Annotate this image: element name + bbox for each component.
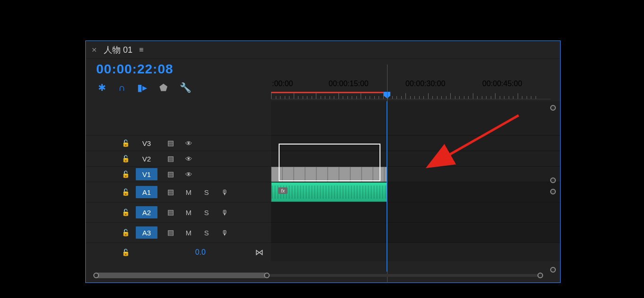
vertical-zoom-bar[interactable]	[549, 102, 558, 264]
track-header-v2[interactable]: 🔓 V2 ▤ 👁	[86, 151, 271, 166]
mute-button[interactable]: M	[181, 229, 196, 237]
lock-icon[interactable]: 🔓	[121, 188, 130, 196]
panel-menu-icon[interactable]: ≡	[139, 46, 143, 54]
sequence-name[interactable]: 人物 01	[104, 44, 132, 56]
track-target-a1[interactable]: A1	[136, 186, 157, 198]
current-timecode[interactable]: 00:00:22:08	[96, 62, 271, 77]
zoom-handle[interactable]	[550, 189, 556, 194]
timeline-toolbar: ✱ ∩ ▮▸ ⬟ 🔧	[96, 81, 271, 93]
ruler-area[interactable]: :00:00 00:00:15:00 00:00:30:00 00:00:45:…	[271, 59, 560, 101]
voiceover-mic-icon[interactable]: 🎙	[217, 229, 232, 237]
secondary-guide-line	[387, 64, 388, 272]
sync-lock-icon[interactable]: ▤	[163, 170, 178, 178]
audio-clip[interactable]: fx	[271, 182, 387, 202]
solo-button[interactable]: S	[199, 229, 214, 237]
lock-icon[interactable]: 🔓	[121, 170, 130, 178]
track-lane-a2[interactable]	[271, 202, 560, 222]
nest-sequence-icon[interactable]: ✱	[98, 82, 106, 93]
track-header-spacer	[86, 101, 271, 135]
ruler-label: 00:00:15:00	[329, 80, 369, 88]
header-left: 00:00:22:08 ✱ ∩ ▮▸ ⬟ 🔧	[86, 59, 271, 101]
voiceover-mic-icon[interactable]: 🎙	[217, 188, 232, 196]
scrollbar-end-cap[interactable]	[537, 273, 543, 278]
scrollbar-cap-left[interactable]	[93, 273, 99, 278]
track-target-a3[interactable]: A3	[136, 226, 157, 239]
lock-icon[interactable]: 🔓	[121, 209, 130, 216]
settings-wrench-icon[interactable]: 🔧	[180, 82, 191, 93]
ruler-label: :00:00	[272, 80, 293, 88]
linked-selection-icon[interactable]: ▮▸	[137, 82, 147, 93]
track-lane-v1[interactable]	[271, 166, 560, 182]
zoom-handle[interactable]	[550, 105, 556, 111]
sync-lock-icon[interactable]: ▤	[163, 208, 178, 217]
track-target-v3[interactable]: V3	[136, 137, 157, 149]
audio-zoom-value[interactable]: 0.0	[195, 248, 206, 257]
link-tracks-icon[interactable]: ⋈	[255, 247, 264, 258]
solo-button[interactable]: S	[199, 209, 214, 217]
track-header-v3[interactable]: 🔓 V3 ▤ 👁	[86, 135, 271, 151]
mute-button[interactable]: M	[181, 188, 196, 196]
sync-lock-icon[interactable]: ▤	[163, 139, 178, 147]
ruler-track[interactable]	[271, 92, 551, 100]
scrollbar-thumb[interactable]	[95, 273, 267, 278]
timeline-body: 🔓 V3 ▤ 👁 🔓 V2 ▤ 👁 🔓 V1 ▤ 👁 🔓	[86, 101, 560, 261]
sync-lock-icon[interactable]: ▤	[163, 228, 178, 237]
ruler-ticks	[271, 92, 551, 99]
solo-button[interactable]: S	[199, 188, 214, 196]
track-lane-v2[interactable]	[271, 151, 560, 166]
marker-icon[interactable]: ⬟	[159, 82, 167, 93]
zoom-handle[interactable]	[550, 177, 556, 183]
zoom-handle[interactable]	[550, 267, 556, 273]
sync-lock-icon[interactable]: ▤	[163, 188, 178, 196]
sync-lock-icon[interactable]: ▤	[163, 154, 178, 163]
track-header-a1[interactable]: 🔓 A1 ▤ M S 🎙	[86, 182, 271, 202]
track-header-a2[interactable]: 🔓 A2 ▤ M S 🎙	[86, 202, 271, 222]
eye-icon[interactable]: 👁	[181, 170, 196, 178]
lock-icon[interactable]: 🔓	[121, 249, 130, 256]
snap-icon[interactable]: ∩	[118, 82, 125, 93]
ruler-label: 00:00:30:00	[405, 80, 446, 88]
voiceover-mic-icon[interactable]: 🎙	[217, 209, 232, 217]
track-lane-a1[interactable]: fx	[271, 182, 560, 202]
mute-button[interactable]: M	[181, 209, 196, 217]
track-lane-a3[interactable]	[271, 222, 560, 242]
close-icon[interactable]: ✕	[91, 46, 97, 54]
track-headers: 🔓 V3 ▤ 👁 🔓 V2 ▤ 👁 🔓 V1 ▤ 👁 🔓	[86, 101, 271, 261]
timeline-tracks-area[interactable]: fx	[271, 101, 560, 261]
horizontal-zoom-scrollbar[interactable]	[91, 271, 546, 280]
lock-icon[interactable]: 🔓	[121, 139, 130, 147]
track-lane-v3[interactable]	[271, 135, 560, 151]
track-header-a3[interactable]: 🔓 A3 ▤ M S 🎙	[86, 222, 271, 242]
timeline-header: 00:00:22:08 ✱ ∩ ▮▸ ⬟ 🔧 :00:00 00:00:15:0…	[86, 59, 560, 101]
ruler-label: 00:00:45:00	[482, 80, 522, 88]
track-target-a2[interactable]: A2	[136, 206, 157, 218]
eye-icon[interactable]: 👁	[181, 155, 196, 163]
fx-badge[interactable]: fx	[278, 187, 288, 194]
scrollbar-cap-right[interactable]	[264, 273, 270, 278]
track-footer: 🔓 0.0 ⋈	[86, 242, 271, 261]
eye-icon[interactable]: 👁	[181, 139, 196, 147]
panel-titlebar: ✕ 人物 01 ≡	[86, 41, 560, 59]
track-lane-spacer	[271, 101, 560, 135]
video-clip[interactable]	[271, 167, 387, 182]
track-target-v2[interactable]: V2	[136, 153, 157, 165]
track-header-v1[interactable]: 🔓 V1 ▤ 👁	[86, 166, 271, 182]
lock-icon[interactable]: 🔓	[121, 155, 130, 162]
track-lane-footer	[271, 242, 560, 261]
track-target-v1[interactable]: V1	[136, 168, 157, 180]
lock-icon[interactable]: 🔓	[121, 229, 130, 236]
timeline-panel: ✕ 人物 01 ≡ 00:00:22:08 ✱ ∩ ▮▸ ⬟ 🔧 :00:00 …	[85, 40, 561, 283]
